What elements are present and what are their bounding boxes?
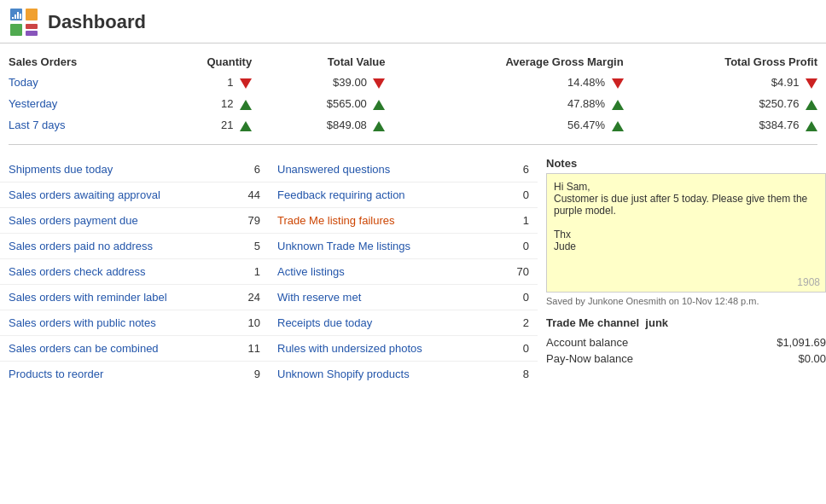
kpi-label[interactable]: Unknown Trade Me listings bbox=[277, 240, 410, 252]
left-kpi-row-0: Shipments due today 6 bbox=[0, 157, 269, 182]
kpi-label[interactable]: Active listings bbox=[277, 265, 345, 278]
middle-kpi-row-4: Active listings 70 bbox=[269, 259, 538, 285]
kpi-value: 6 bbox=[523, 163, 529, 176]
trade-me-rows: Account balance $1,091.69 Pay-Now balanc… bbox=[546, 334, 826, 367]
trade-me-row-value: $1,091.69 bbox=[777, 336, 826, 349]
kpi-label[interactable]: Sales orders awaiting approval bbox=[9, 188, 160, 201]
kpi-value: 0 bbox=[523, 291, 529, 304]
notes-line6: Jude bbox=[554, 240, 818, 252]
kpi-label[interactable]: Sales orders with public notes bbox=[9, 316, 156, 329]
trade-me-title: Trade Me channel junk bbox=[546, 316, 826, 329]
col-header-gross-profit: Total Gross Profit bbox=[632, 52, 826, 72]
left-kpi-row-5: Sales orders with reminder label 24 bbox=[0, 285, 269, 310]
left-kpi-row-6: Sales orders with public notes 10 bbox=[0, 310, 269, 336]
svg-rect-6 bbox=[15, 14, 16, 19]
kpi-value: 44 bbox=[248, 188, 260, 201]
row-gross-profit: $250.76 bbox=[632, 93, 826, 114]
sales-row-0: Today 1 $39.00 14.48% $4.91 bbox=[0, 72, 826, 93]
notes-box: Hi Sam, Customer is due just after 5 tod… bbox=[546, 173, 826, 293]
trend-up-icon bbox=[806, 121, 817, 131]
notes-line5: Thx bbox=[554, 229, 818, 240]
svg-rect-7 bbox=[17, 12, 19, 19]
trend-up-icon bbox=[612, 100, 624, 110]
kpi-value: 70 bbox=[517, 265, 529, 278]
svg-rect-5 bbox=[12, 17, 14, 19]
svg-rect-1 bbox=[26, 9, 38, 20]
trade-me-row-value: $0.00 bbox=[798, 352, 826, 365]
kpi-value: 8 bbox=[523, 368, 529, 380]
col-header-quantity: Quantity bbox=[151, 52, 260, 72]
notes-number: 1908 bbox=[797, 276, 820, 288]
row-avg-margin: 47.88% bbox=[393, 93, 631, 114]
kpi-label[interactable]: Sales orders with reminder label bbox=[9, 291, 167, 304]
kpi-value: 24 bbox=[248, 291, 260, 304]
kpi-label[interactable]: Receipts due today bbox=[277, 316, 372, 329]
kpi-label[interactable]: Sales orders paid no address bbox=[9, 240, 153, 252]
trade-me-row-label: Account balance bbox=[546, 336, 628, 349]
svg-rect-2 bbox=[10, 24, 22, 36]
page-title: Dashboard bbox=[48, 11, 146, 33]
row-total-value: $565.00 bbox=[260, 93, 393, 114]
col-header-total-value: Total Value bbox=[260, 52, 393, 72]
col-header-orders: Sales Orders bbox=[0, 52, 151, 72]
middle-kpi-row-2: Trade Me listing failures 1 bbox=[269, 208, 538, 234]
left-kpi-row-2: Sales orders payment due 79 bbox=[0, 208, 269, 234]
kpi-value: 11 bbox=[248, 342, 260, 355]
trade-me-row-1: Pay-Now balance $0.00 bbox=[546, 350, 826, 367]
trade-me-prefix: Trade Me channel bbox=[546, 316, 639, 329]
middle-kpi-row-5: With reserve met 0 bbox=[269, 285, 538, 310]
kpi-value: 0 bbox=[523, 240, 529, 252]
kpi-label[interactable]: Sales orders check address bbox=[9, 265, 145, 278]
trend-up-icon bbox=[240, 100, 252, 110]
kpi-value: 6 bbox=[254, 163, 260, 176]
trend-down-icon bbox=[240, 78, 252, 89]
row-label[interactable]: Yesterday bbox=[0, 93, 151, 114]
row-label[interactable]: Last 7 days bbox=[0, 114, 151, 136]
row-avg-margin: 14.48% bbox=[393, 72, 631, 93]
left-kpi-row-4: Sales orders check address 1 bbox=[0, 259, 269, 285]
middle-kpi-row-6: Receipts due today 2 bbox=[269, 310, 538, 336]
trend-up-icon bbox=[240, 121, 252, 131]
kpi-value: 1 bbox=[254, 265, 260, 278]
trend-down-icon bbox=[612, 78, 624, 89]
middle-kpi-row-3: Unknown Trade Me listings 0 bbox=[269, 234, 538, 259]
trade-me-channel: junk bbox=[645, 316, 668, 329]
row-quantity: 12 bbox=[151, 93, 260, 114]
kpi-value: 0 bbox=[523, 342, 529, 355]
svg-rect-8 bbox=[20, 14, 21, 19]
main-content: Shipments due today 6 Sales orders await… bbox=[0, 148, 826, 395]
left-kpi-row-3: Sales orders paid no address 5 bbox=[0, 234, 269, 259]
kpi-label[interactable]: Products to reorder bbox=[9, 368, 103, 380]
trend-down-icon bbox=[806, 78, 817, 89]
kpi-label[interactable]: Shipments due today bbox=[9, 163, 113, 176]
trend-up-icon bbox=[612, 121, 624, 131]
kpi-label[interactable]: Rules with undersized photos bbox=[277, 342, 422, 355]
kpi-label[interactable]: Trade Me listing failures bbox=[277, 214, 395, 227]
middle-kpi-row-1: Feedback requiring action 0 bbox=[269, 182, 538, 208]
section-divider bbox=[9, 144, 817, 145]
trend-down-icon bbox=[373, 78, 385, 89]
row-total-value: $39.00 bbox=[260, 72, 393, 93]
notes-saved-by: Saved by Junkone Onesmith on 10-Nov 12:4… bbox=[546, 296, 826, 306]
left-kpi-panel: Shipments due today 6 Sales orders await… bbox=[0, 157, 269, 386]
middle-kpi-row-0: Unanswered questions 6 bbox=[269, 157, 538, 182]
kpi-label[interactable]: Sales orders payment due bbox=[9, 214, 138, 227]
col-header-avg-margin: Average Gross Margin bbox=[393, 52, 631, 72]
sales-row-2: Last 7 days 21 $849.08 56.47% $384.76 bbox=[0, 114, 826, 136]
row-label[interactable]: Today bbox=[0, 72, 151, 93]
row-gross-profit: $384.76 bbox=[632, 114, 826, 136]
middle-kpi-row-8: Unknown Shopify products 8 bbox=[269, 362, 538, 386]
row-avg-margin: 56.47% bbox=[393, 114, 631, 136]
kpi-value: 9 bbox=[254, 368, 260, 380]
kpi-label[interactable]: Sales orders can be combined bbox=[9, 342, 159, 355]
kpi-label[interactable]: Unknown Shopify products bbox=[277, 368, 410, 380]
trend-up-icon bbox=[806, 100, 817, 110]
row-total-value: $849.08 bbox=[260, 114, 393, 136]
kpi-label[interactable]: Feedback requiring action bbox=[277, 188, 405, 201]
kpi-label[interactable]: With reserve met bbox=[277, 291, 361, 304]
row-quantity: 1 bbox=[151, 72, 260, 93]
kpi-label[interactable]: Unanswered questions bbox=[277, 163, 390, 176]
left-kpi-row-7: Sales orders can be combined 11 bbox=[0, 336, 269, 362]
kpi-value: 0 bbox=[523, 188, 529, 201]
kpi-value: 1 bbox=[523, 214, 529, 227]
